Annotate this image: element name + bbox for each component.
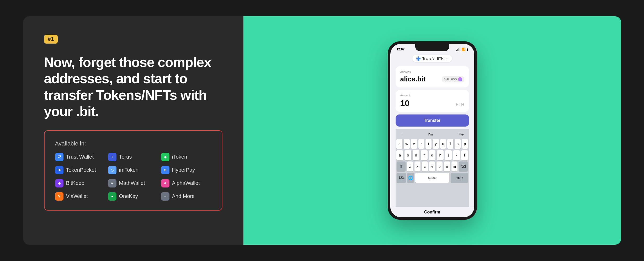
address-hash: 0xE...6BD bbox=[444, 78, 457, 81]
kb-key-i[interactable]: i bbox=[447, 139, 453, 149]
kb-key-g[interactable]: g bbox=[429, 150, 436, 160]
wallet-name-tokenpocket: TokenPocket bbox=[66, 167, 96, 173]
kb-key-z[interactable]: z bbox=[407, 161, 413, 171]
phone-mockup: 12:07 📶 ▮ bbox=[388, 41, 477, 220]
left-panel: #1 Now, forget those complex addresses, … bbox=[23, 16, 243, 245]
wallet-icon-tokenpocket: TP bbox=[55, 166, 63, 174]
kb-key-o[interactable]: o bbox=[455, 139, 461, 149]
kb-row-4: 123 🌐 space return bbox=[397, 173, 468, 183]
address-badge: 0xE...6BD bbox=[442, 76, 464, 82]
wallet-item-tokenpocket: TPTokenPocket bbox=[55, 166, 105, 174]
kb-key-c[interactable]: c bbox=[422, 161, 428, 171]
wallet-icon-hyperpay: ⊕ bbox=[161, 166, 169, 174]
kb-suggestion-3: we bbox=[459, 132, 464, 136]
phone-time: 12:07 bbox=[397, 48, 405, 51]
wallet-icon-trust-wallet: 🛡 bbox=[55, 153, 63, 161]
wallet-name-and-more: And More bbox=[172, 193, 195, 199]
kb-row-1: q w e r t y u i o p bbox=[397, 139, 468, 149]
address-name: alice.bit bbox=[400, 75, 426, 83]
wallet-name-trust-wallet: Trust Wallet bbox=[66, 154, 94, 160]
kb-emoji-key[interactable]: 🌐 bbox=[407, 173, 414, 183]
wallet-item-onekey: ●OneKey bbox=[108, 192, 158, 201]
kb-key-r[interactable]: r bbox=[418, 139, 424, 149]
kb-return-key[interactable]: return bbox=[451, 173, 468, 183]
wallet-icon-and-more: ··· bbox=[161, 192, 169, 201]
wallet-item-and-more: ···And More bbox=[161, 192, 211, 201]
signal-icon bbox=[456, 48, 460, 51]
kb-key-e[interactable]: e bbox=[411, 139, 417, 149]
kb-key-d[interactable]: d bbox=[413, 150, 419, 160]
eth-icon bbox=[417, 57, 420, 60]
kb-suggestion-1: I bbox=[401, 132, 402, 136]
wallet-item-mathwallet: ∾MathWallet bbox=[108, 179, 158, 187]
wallet-item-bitkeep: ◆BitKeep bbox=[55, 179, 105, 187]
kb-shift-key[interactable]: ⇧ bbox=[397, 161, 406, 171]
wallet-icon-mathwallet: ∾ bbox=[108, 179, 116, 187]
confirm-label: Confirm bbox=[424, 210, 440, 214]
kb-key-n[interactable]: n bbox=[444, 161, 450, 171]
battery-icon: ▮ bbox=[466, 48, 468, 51]
kb-nums-key[interactable]: 123 bbox=[397, 173, 406, 183]
wallet-icon-imtoken: ◌ bbox=[108, 166, 116, 174]
amount-label: Amount bbox=[400, 94, 464, 97]
wallet-item-itoken: ◈iToken bbox=[161, 153, 211, 161]
kb-key-w[interactable]: w bbox=[404, 139, 410, 149]
kb-key-v[interactable]: v bbox=[429, 161, 435, 171]
kb-row-3: ⇧ z x c v b n m ⌫ bbox=[397, 161, 468, 171]
kb-key-u[interactable]: u bbox=[440, 139, 446, 149]
address-row: alice.bit 0xE...6BD bbox=[400, 75, 464, 83]
kb-key-s[interactable]: s bbox=[405, 150, 411, 160]
kb-suggestions: I I'm we bbox=[397, 131, 468, 137]
kb-key-h[interactable]: h bbox=[437, 150, 444, 160]
right-panel: 12:07 📶 ▮ bbox=[243, 16, 621, 245]
wallet-name-viawallet: ViaWallet bbox=[66, 193, 88, 199]
kb-key-q[interactable]: q bbox=[396, 139, 402, 149]
kb-key-y[interactable]: y bbox=[433, 139, 439, 149]
transfer-header: Transfer ETH ⌄ bbox=[412, 55, 452, 62]
headline: Now, forget those complex addresses, and… bbox=[44, 54, 222, 120]
wallet-name-imtoken: imToken bbox=[119, 167, 139, 173]
kb-key-j[interactable]: j bbox=[445, 150, 452, 160]
wallet-item-torus: TTorus bbox=[108, 153, 158, 161]
available-wallets-box: Available in: 🛡Trust WalletTTorus◈iToken… bbox=[44, 130, 222, 211]
transfer-label: Transfer ETH bbox=[422, 56, 444, 60]
kb-key-k[interactable]: k bbox=[453, 150, 460, 160]
kb-key-b[interactable]: b bbox=[437, 161, 443, 171]
phone-screen: 12:07 📶 ▮ bbox=[390, 44, 474, 217]
wallet-name-torus: Torus bbox=[119, 154, 132, 160]
address-avatar bbox=[458, 77, 462, 81]
wallet-item-hyperpay: ⊕HyperPay bbox=[161, 166, 211, 174]
wallet-item-alphawallet: ΑAlphaWallet bbox=[161, 179, 211, 187]
kb-delete-key[interactable]: ⌫ bbox=[459, 161, 468, 171]
kb-key-a[interactable]: a bbox=[396, 150, 403, 160]
wallet-name-onekey: OneKey bbox=[119, 193, 138, 199]
kb-suggestion-2: I'm bbox=[428, 132, 433, 136]
kb-key-p[interactable]: p bbox=[462, 139, 468, 149]
keyboard: I I'm we q w e r t y u i bbox=[396, 129, 469, 207]
available-label: Available in: bbox=[55, 140, 211, 147]
amount-currency: ETH bbox=[456, 102, 464, 107]
transfer-button[interactable]: Transfer bbox=[396, 114, 469, 127]
chevron-icon: ⌄ bbox=[446, 57, 448, 60]
phone-notch bbox=[415, 44, 449, 51]
kb-key-f[interactable]: f bbox=[421, 150, 428, 160]
wallet-icon-viawallet: V bbox=[55, 192, 63, 201]
wallet-icon-onekey: ● bbox=[108, 192, 116, 201]
kb-key-m[interactable]: m bbox=[451, 161, 457, 171]
kb-space-key[interactable]: space bbox=[415, 173, 449, 183]
amount-row: 10 ETH bbox=[400, 98, 464, 108]
confirm-bar[interactable]: Confirm bbox=[390, 207, 474, 217]
wallet-name-mathwallet: MathWallet bbox=[119, 180, 145, 186]
kb-key-x[interactable]: x bbox=[414, 161, 421, 171]
wallet-name-itoken: iToken bbox=[172, 154, 187, 160]
kb-key-t[interactable]: t bbox=[425, 139, 432, 149]
status-icons: 📶 ▮ bbox=[456, 48, 468, 51]
address-label: Address bbox=[400, 70, 464, 74]
app-content: Transfer ETH ⌄ Address alice.bit 0xE...6… bbox=[390, 52, 474, 207]
kb-key-l[interactable]: l bbox=[461, 150, 468, 160]
wallet-icon-torus: T bbox=[108, 153, 116, 161]
wallet-name-hyperpay: HyperPay bbox=[172, 167, 195, 173]
address-card: Address alice.bit 0xE...6BD bbox=[396, 66, 469, 87]
amount-value: 10 bbox=[400, 98, 410, 108]
wallet-grid: 🛡Trust WalletTTorus◈iTokenTPTokenPocket◌… bbox=[55, 153, 211, 201]
